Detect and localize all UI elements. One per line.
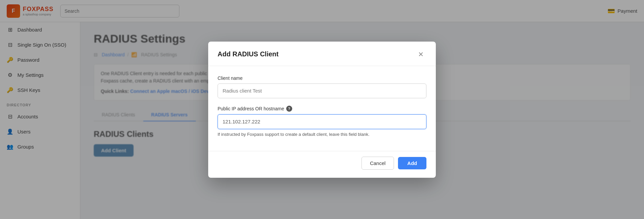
client-name-label: Client name <box>218 75 426 81</box>
modal-header: Add RADIUS Client ✕ <box>208 42 436 66</box>
modal-body: Client name Public IP address OR hostnam… <box>208 66 436 151</box>
modal-overlay: Add RADIUS Client ✕ Client name Public I… <box>0 0 644 219</box>
ip-label: Public IP address OR hostname <box>218 106 284 111</box>
cancel-button[interactable]: Cancel <box>361 157 394 170</box>
ip-address-group: Public IP address OR hostname ? If instr… <box>218 106 426 137</box>
ip-label-row: Public IP address OR hostname ? <box>218 106 426 112</box>
modal-close-button[interactable]: ✕ <box>415 50 426 59</box>
modal-title: Add RADIUS Client <box>218 50 278 58</box>
ip-help-icon[interactable]: ? <box>286 106 292 112</box>
client-name-input[interactable] <box>218 84 426 98</box>
ip-address-input[interactable] <box>218 114 426 129</box>
add-radius-client-modal: Add RADIUS Client ✕ Client name Public I… <box>208 42 436 178</box>
add-button[interactable]: Add <box>398 157 426 169</box>
modal-footer: Cancel Add <box>208 151 436 178</box>
client-name-group: Client name <box>218 75 426 98</box>
ip-help-text: If instructed by Foxpass support to crea… <box>218 132 426 137</box>
